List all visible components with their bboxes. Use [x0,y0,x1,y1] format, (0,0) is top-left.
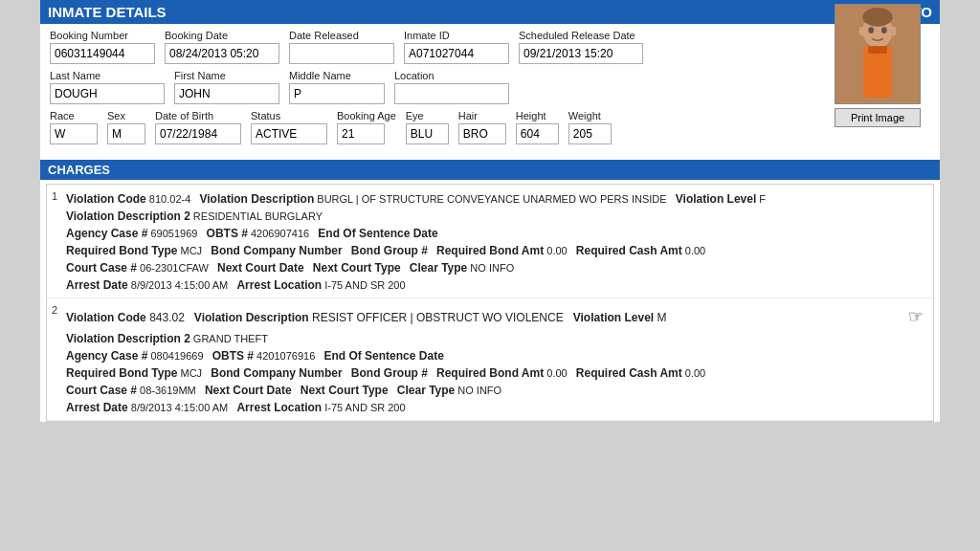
eye-input[interactable] [406,123,449,144]
sex-label: Sex [107,110,145,121]
cursor-icon: ☞ [908,304,924,330]
charge-1-line3: Agency Case # 69051969 OBTS # 4206907416… [66,225,924,242]
first-name-input[interactable] [174,83,279,104]
scheduled-release-input[interactable] [519,43,643,64]
sex-group: Sex [107,110,145,144]
charge-1-line1: Violation Code 810.02-4 Violation Descri… [66,190,924,208]
booking-age-group: Booking Age [337,110,396,144]
status-group: Status [251,110,327,144]
charge-1-line5: Court Case # 06-2301CFAW Next Court Date… [66,259,924,276]
charge-2-line3: Agency Case # 080419669 OBTS # 420107691… [66,347,924,364]
sex-input[interactable] [107,123,145,144]
svg-rect-8 [868,46,887,54]
last-name-group: Last Name [50,70,165,104]
hair-group: Hair [458,110,506,144]
print-image-button[interactable]: Print Image [835,108,921,127]
form-section: Booking Number Booking Date Date Release… [40,24,940,156]
status-input[interactable] [251,123,327,144]
row-1: Booking Number Booking Date Date Release… [50,30,930,64]
svg-rect-7 [863,46,891,98]
height-group: Height [516,110,559,144]
charges-container[interactable]: 1 Violation Code 810.02-4 Violation Desc… [46,184,934,422]
scheduled-release-label: Scheduled Release Date [519,30,643,41]
hair-input[interactable] [458,123,506,144]
booking-number-group: Booking Number [50,30,155,64]
location-input[interactable] [394,83,509,104]
charge-2-line5: Court Case # 08-3619MM Next Court Date N… [66,382,924,399]
race-group: Race [50,110,98,144]
header-bar: INMATE DETAILS PHOTO [40,0,940,24]
svg-point-4 [881,27,887,33]
svg-point-6 [891,27,897,36]
middle-name-label: Middle Name [289,70,385,81]
inmate-id-group: Inmate ID [404,30,509,64]
last-name-input[interactable] [50,83,165,104]
weight-input[interactable] [568,123,612,144]
weight-label: Weight [568,110,612,121]
charge-item-2: 2 Violation Code 843.02 Violation Descri… [47,298,933,421]
date-released-input[interactable] [289,43,394,64]
booking-age-label: Booking Age [337,110,396,121]
dob-input[interactable] [155,123,241,144]
photo-area: Print Image [835,4,930,127]
charge-2-line2: Violation Description 2 GRAND THEFT [66,330,924,347]
first-name-group: First Name [174,70,279,104]
scheduled-release-group: Scheduled Release Date [519,30,643,64]
charge-1-line6: Arrest Date 8/9/2013 4:15:00 AM Arrest L… [66,276,924,294]
booking-number-label: Booking Number [50,30,155,41]
dob-label: Date of Birth [155,110,241,121]
race-input[interactable] [50,123,98,144]
charge-2-line4: Required Bond Type MCJ Bond Company Numb… [66,364,924,382]
dob-group: Date of Birth [155,110,241,144]
charge-item-1: 1 Violation Code 810.02-4 Violation Desc… [47,185,933,298]
location-label: Location [394,70,509,81]
inmate-id-input[interactable] [404,43,509,64]
svg-point-5 [858,27,864,36]
middle-name-group: Middle Name [289,70,385,104]
location-group: Location [394,70,509,104]
eye-group: Eye [406,110,449,144]
last-name-label: Last Name [50,70,165,81]
height-label: Height [516,110,559,121]
eye-label: Eye [406,110,449,121]
charges-header: CHARGES [40,160,940,180]
inmate-photo [835,4,921,104]
date-released-label: Date Released [289,30,394,41]
weight-group: Weight [568,110,612,144]
height-input[interactable] [516,123,559,144]
charge-2-line6: Arrest Date 8/9/2013 4:15:00 AM Arrest L… [66,399,924,416]
row-3: Race Sex Date of Birth Status Booking Ag… [50,110,930,144]
svg-point-3 [868,27,874,33]
booking-date-input[interactable] [165,43,279,64]
charge-1-line4: Required Bond Type MCJ Bond Company Numb… [66,242,924,259]
hair-label: Hair [458,110,506,121]
date-released-group: Date Released [289,30,394,64]
charge-1-line2: Violation Description 2 RESIDENTIAL BURG… [66,208,924,225]
first-name-label: First Name [174,70,279,81]
charge-2-line1: Violation Code 843.02 Violation Descript… [66,304,924,330]
booking-number-input[interactable] [50,43,155,64]
page-title: INMATE DETAILS [48,4,167,20]
middle-name-input[interactable] [289,83,385,104]
status-label: Status [251,110,327,121]
race-label: Race [50,110,98,121]
charge-number-2: 2 [52,304,57,316]
charge-number-1: 1 [52,190,57,202]
booking-age-input[interactable] [337,123,385,144]
booking-date-label: Booking Date [165,30,279,41]
booking-date-group: Booking Date [165,30,279,64]
svg-point-2 [862,8,892,27]
inmate-id-label: Inmate ID [404,30,509,41]
row-2: Last Name First Name Middle Name Locatio… [50,70,930,104]
